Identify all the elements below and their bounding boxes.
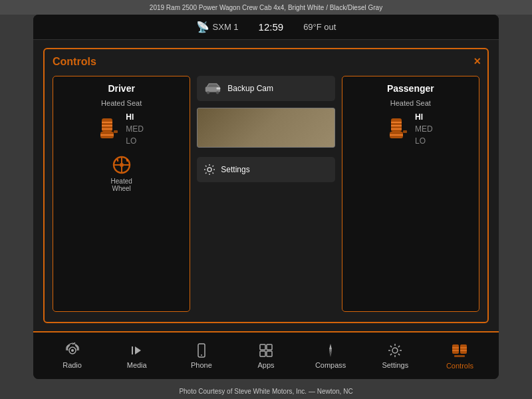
driver-seat-levels: HI MED LO: [126, 111, 144, 147]
nav-item-phone[interactable]: Phone: [182, 342, 221, 369]
svg-point-17: [207, 168, 211, 172]
passenger-seat-levels: HI MED LO: [415, 111, 433, 147]
svg-point-8: [120, 163, 124, 167]
driver-seat-icon-row: HI MED LO: [99, 111, 144, 147]
watermark: Photo Courtesy of Steve White Motors, In…: [179, 388, 352, 395]
outer-frame: 2019 Ram 2500 Power Wagon Crew Cab 4x4, …: [0, 0, 532, 399]
nav-label-apps: Apps: [257, 361, 274, 369]
svg-rect-32: [260, 351, 265, 356]
passenger-level-hi[interactable]: HI: [415, 111, 433, 123]
nav-item-compass[interactable]: Compass: [311, 342, 350, 369]
controls-nav-icon: [451, 342, 468, 359]
controls-panel: Controls × Driver Heated Seat: [43, 48, 489, 323]
driver-level-med[interactable]: MED: [126, 123, 144, 135]
svg-point-37: [392, 348, 398, 353]
controls-title: Controls: [53, 56, 479, 68]
car-icon: [203, 82, 222, 94]
camera-preview: [197, 108, 334, 148]
settings-label: Settings: [221, 165, 249, 174]
sxm-label: SXM 1: [213, 22, 239, 32]
passenger-seat-icon-row: HI MED LO: [388, 111, 433, 147]
backup-cam-label: Backup Cam: [227, 84, 273, 93]
svg-rect-44: [454, 355, 465, 357]
nav-bar: Radio Media Phone: [33, 331, 499, 379]
nav-item-controls[interactable]: Controls: [440, 342, 479, 370]
svg-rect-41: [460, 344, 467, 354]
svg-rect-6: [114, 130, 118, 133]
status-bar: 📡 SXM 1 12:59 69°F out: [33, 15, 499, 40]
media-icon: [129, 342, 145, 358]
nav-label-compass: Compass: [315, 361, 346, 369]
radio-icon: [65, 342, 80, 358]
controls-grid: Driver Heated Seat: [53, 76, 479, 312]
nav-label-controls: Controls: [446, 362, 473, 370]
passenger-box: Passenger Heated Seat: [342, 76, 479, 312]
driver-level-hi[interactable]: HI: [126, 111, 144, 123]
svg-rect-24: [403, 130, 407, 133]
driver-box: Driver Heated Seat: [53, 76, 190, 312]
nav-label-radio: Radio: [63, 361, 82, 369]
nav-label-phone: Phone: [191, 361, 212, 369]
driver-heated-seat-label: Heated Seat: [101, 99, 142, 107]
svg-rect-38: [452, 344, 459, 354]
screen: 📡 SXM 1 12:59 69°F out Controls × Driver…: [33, 15, 499, 379]
svg-point-15: [216, 91, 219, 94]
nav-item-media[interactable]: Media: [117, 342, 157, 369]
driver-seat-icon: [99, 117, 120, 141]
svg-rect-33: [267, 351, 272, 356]
driver-title: Driver: [108, 83, 134, 94]
apps-icon: [258, 342, 274, 358]
sxm-icon: 📡: [196, 21, 209, 33]
nav-label-media: Media: [127, 361, 147, 369]
nav-item-settings[interactable]: Settings: [375, 342, 415, 369]
main-content: Controls × Driver Heated Seat: [33, 40, 499, 331]
svg-rect-16: [217, 88, 221, 90]
settings-nav-icon: [387, 342, 403, 358]
temperature: 69°F out: [303, 22, 336, 32]
title-bar: 2019 Ram 2500 Power Wagon Crew Cab 4x4, …: [0, 0, 532, 15]
passenger-title: Passenger: [387, 83, 434, 94]
clock: 12:59: [259, 21, 284, 33]
svg-point-29: [201, 354, 202, 356]
center-col: Backup Cam Settings: [197, 76, 334, 312]
heated-wheel-label: HeatedWheel: [111, 178, 132, 192]
backup-cam-button[interactable]: Backup Cam: [197, 76, 334, 101]
title-text: 2019 Ram 2500 Power Wagon Crew Cab 4x4, …: [150, 4, 382, 11]
settings-button[interactable]: Settings: [197, 157, 334, 182]
nav-item-apps[interactable]: Apps: [246, 342, 286, 369]
compass-icon: [323, 342, 338, 358]
svg-point-14: [207, 91, 209, 94]
settings-gear-icon: [203, 164, 215, 176]
svg-rect-0: [102, 118, 112, 132]
svg-rect-18: [391, 118, 402, 132]
nav-label-settings: Settings: [382, 361, 408, 369]
driver-heated-wheel: HeatedWheel: [111, 155, 132, 192]
phone-icon: [194, 342, 209, 358]
passenger-level-med[interactable]: MED: [415, 123, 433, 135]
svg-point-26: [71, 349, 74, 352]
heated-wheel-icon: [112, 155, 132, 175]
sxm-display: 📡 SXM 1: [196, 21, 239, 33]
svg-point-36: [329, 349, 332, 352]
driver-level-lo[interactable]: LO: [126, 135, 144, 147]
nav-item-radio[interactable]: Radio: [53, 342, 92, 369]
svg-rect-30: [260, 344, 265, 350]
passenger-seat-icon: [388, 117, 410, 141]
svg-rect-31: [267, 344, 272, 350]
close-button[interactable]: ×: [473, 55, 481, 68]
passenger-level-lo[interactable]: LO: [415, 135, 433, 147]
passenger-heated-seat-label: Heated Seat: [390, 99, 431, 107]
